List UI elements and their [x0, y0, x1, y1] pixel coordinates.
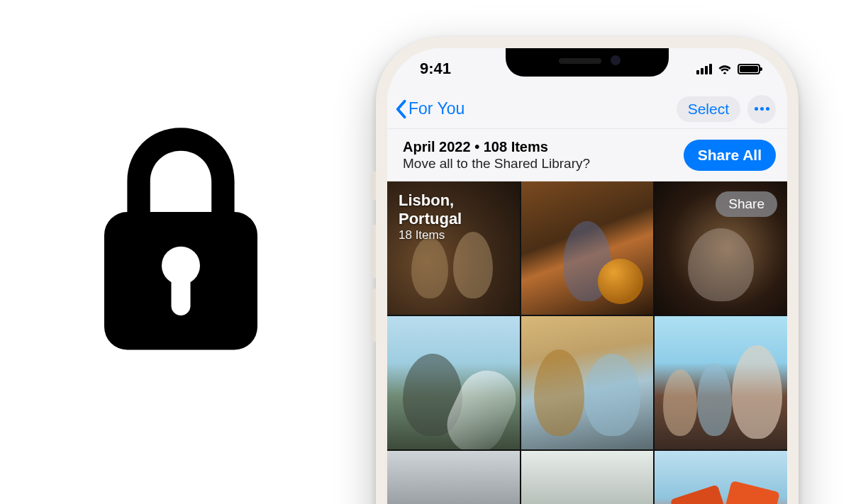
- photo-thumbnail[interactable]: [521, 181, 654, 315]
- album-overlay: Lisbon, Portugal 18 Items: [387, 181, 520, 252]
- iphone-device-frame: 9:41 For You Select: [376, 37, 799, 504]
- photo-thumbnail[interactable]: Share: [655, 181, 787, 315]
- lock-icon: [85, 117, 277, 372]
- back-label: For You: [408, 99, 465, 118]
- share-all-label: Share All: [698, 147, 762, 163]
- photo-thumbnail[interactable]: [387, 451, 520, 504]
- section-subtitle: Move all to the Shared Library?: [403, 156, 590, 172]
- album-item-count: 18 Items: [399, 228, 508, 242]
- battery-full-icon: [738, 64, 760, 74]
- navigation-bar: For You Select: [387, 89, 787, 129]
- photo-thumbnail[interactable]: Lisbon, Portugal 18 Items: [387, 181, 520, 315]
- status-indicators: [696, 63, 760, 74]
- section-header: April 2022 • 108 Items Move all to the S…: [387, 129, 787, 181]
- more-button[interactable]: [747, 95, 776, 123]
- wifi-icon: [717, 63, 733, 74]
- status-time: 9:41: [420, 60, 451, 78]
- share-button[interactable]: Share: [716, 191, 777, 217]
- section-header-text: April 2022 • 108 Items Move all to the S…: [403, 138, 590, 172]
- select-button[interactable]: Select: [677, 96, 740, 122]
- photo-thumbnail[interactable]: [655, 316, 787, 449]
- back-button[interactable]: For You: [394, 99, 465, 119]
- photo-grid[interactable]: Lisbon, Portugal 18 Items Share: [387, 181, 787, 504]
- lock-graphic: [67, 103, 294, 386]
- section-title: April 2022 • 108 Items: [403, 138, 590, 156]
- share-all-button[interactable]: Share All: [684, 140, 776, 171]
- album-title: Lisbon, Portugal: [399, 191, 508, 228]
- device-notch: [506, 48, 669, 77]
- select-label: Select: [688, 101, 729, 117]
- svg-rect-2: [172, 274, 191, 315]
- photo-thumbnail[interactable]: [655, 451, 787, 504]
- phone-screen: 9:41 For You Select: [387, 48, 787, 504]
- chevron-left-icon: [394, 99, 407, 119]
- photo-thumbnail[interactable]: [521, 451, 654, 504]
- ellipsis-icon: [755, 107, 769, 111]
- cellular-signal-icon: [696, 64, 712, 74]
- photo-thumbnail[interactable]: [521, 316, 654, 449]
- photo-thumbnail[interactable]: [387, 316, 520, 449]
- share-label: Share: [728, 196, 764, 211]
